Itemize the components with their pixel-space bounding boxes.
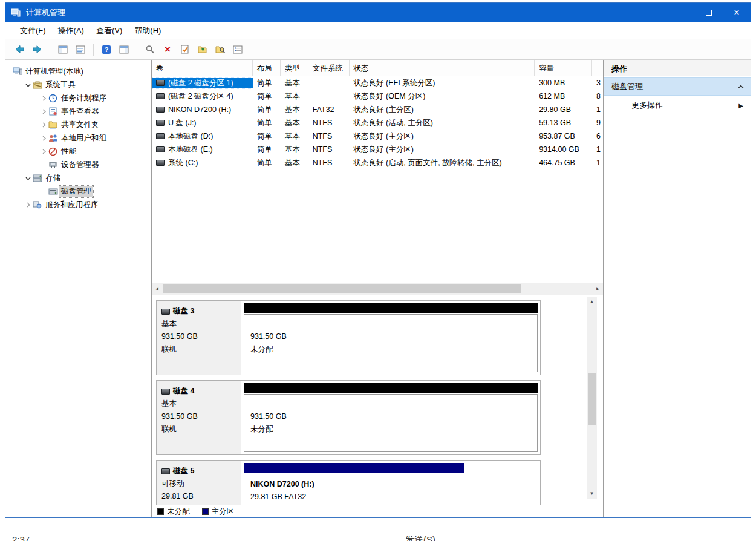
tree-item-performance[interactable]: 性能 xyxy=(5,145,151,158)
chevron-right-icon[interactable] xyxy=(24,200,33,209)
horizontal-scrollbar[interactable]: ◄ ► xyxy=(152,283,603,295)
partition-region[interactable]: NIKON D7200 (H:) 29.81 GB FAT32 xyxy=(244,474,464,505)
disk-header-cell[interactable]: 磁盘 3 基本 931.50 GB 联机 xyxy=(156,300,241,375)
collapse-chevron-icon[interactable] xyxy=(737,82,745,91)
more-actions-item[interactable]: 更多操作 ▶ xyxy=(604,96,751,115)
console-tree: 计算机管理(本地) 系统工具 任务计划程序 xyxy=(5,60,152,517)
table-cell: 基本 xyxy=(281,78,308,88)
table-row[interactable]: (磁盘 2 磁盘分区 1)简单基本状态良好 (EFI 系统分区)300 MB3 xyxy=(152,76,603,90)
column-header[interactable]: 布局 xyxy=(253,60,281,76)
chevron-right-icon[interactable] xyxy=(39,147,48,156)
scroll-right-icon[interactable]: ► xyxy=(593,283,603,295)
table-cell: 基本 xyxy=(281,145,308,155)
actions-pane-title: 操作 xyxy=(604,60,751,76)
menu-view[interactable]: 查看(V) xyxy=(90,23,128,39)
tree-item-computer-management[interactable]: 计算机管理(本地) xyxy=(5,65,151,78)
partition-region[interactable]: 931.50 GB 未分配 xyxy=(244,394,538,452)
export-list-icon[interactable] xyxy=(73,42,88,57)
table-cell: 612 MB xyxy=(535,92,592,100)
disk-row: 磁盘 4 基本 931.50 GB 联机 931.50 GB 未分配 xyxy=(156,380,541,455)
partition-color-band xyxy=(244,303,538,313)
table-cell: 基本 xyxy=(281,105,308,115)
table-cell: 基本 xyxy=(281,131,308,142)
check-disk-icon[interactable] xyxy=(177,42,193,57)
tree-item-device-manager[interactable]: 设备管理器 xyxy=(5,158,151,171)
scroll-up-icon[interactable]: ▲ xyxy=(587,297,597,307)
tree-item-local-users-groups[interactable]: 本地用户和组 xyxy=(5,131,151,145)
tree-item-event-viewer[interactable]: 事件查看器 xyxy=(5,105,151,118)
tree-item-label: 性能 xyxy=(59,146,78,157)
delete-icon[interactable]: × xyxy=(160,42,175,57)
tree-item-label: 磁盘管理 xyxy=(59,186,93,197)
column-header[interactable]: 文件系统 xyxy=(308,60,350,76)
open-folder-icon[interactable] xyxy=(195,42,210,57)
close-button[interactable]: × xyxy=(723,3,751,22)
column-header[interactable]: 容量 xyxy=(535,60,592,76)
table-cell: 系统 (C:) xyxy=(152,158,253,168)
scroll-down-icon[interactable]: ▼ xyxy=(587,488,597,499)
chevron-right-icon[interactable] xyxy=(39,94,48,103)
table-row[interactable]: 系统 (C:)简单基本NTFS状态良好 (启动, 页面文件, 故障转储, 主分区… xyxy=(152,156,603,169)
column-header[interactable]: 状态 xyxy=(350,60,535,76)
show-console-tree-icon[interactable] xyxy=(55,42,71,57)
scrollbar-thumb[interactable] xyxy=(163,284,521,293)
column-header[interactable]: 类型 xyxy=(281,60,308,76)
column-header[interactable]: 卷 xyxy=(152,60,253,76)
window-title: 计算机管理 xyxy=(26,7,65,18)
chevron-right-icon[interactable] xyxy=(39,120,48,130)
menu-help[interactable]: 帮助(H) xyxy=(128,23,167,39)
tree-item-services-applications[interactable]: 服务和应用程序 xyxy=(5,198,151,211)
table-cell: 状态良好 (活动, 主分区) xyxy=(350,118,535,128)
menu-action[interactable]: 操作(A) xyxy=(52,23,90,39)
partition-size: 29.81 GB FAT32 xyxy=(250,491,458,503)
vertical-scrollbar[interactable]: ▲ ▼ xyxy=(587,297,597,499)
tree-item-label: 事件查看器 xyxy=(59,106,101,117)
scroll-left-icon[interactable]: ◄ xyxy=(152,283,162,295)
minimize-button[interactable] xyxy=(667,3,695,22)
disk-header-cell[interactable]: 磁盘 5 可移动 29.81 GB xyxy=(156,460,241,505)
disk-header-cell[interactable]: 磁盘 4 基本 931.50 GB 联机 xyxy=(156,380,241,455)
tree-item-disk-management[interactable]: 磁盘管理 xyxy=(5,185,151,198)
tree-item-system-tools[interactable]: 系统工具 xyxy=(5,78,151,91)
storage-icon xyxy=(33,173,44,183)
tree-spacer xyxy=(39,187,48,196)
actions-section-disk-management[interactable]: 磁盘管理 xyxy=(604,77,751,96)
menu-file[interactable]: 文件(F) xyxy=(14,23,52,39)
chevron-right-icon[interactable] xyxy=(39,107,48,116)
table-cell: 状态良好 (OEM 分区) xyxy=(350,91,535,102)
maximize-button[interactable] xyxy=(695,3,723,22)
properties-icon[interactable] xyxy=(230,42,246,57)
table-row[interactable]: 本地磁盘 (D:)简单基本NTFS状态良好 (主分区)953.87 GB6 xyxy=(152,130,603,143)
chevron-right-icon[interactable] xyxy=(39,134,48,143)
disk-type: 基本 xyxy=(161,318,237,330)
table-row[interactable]: NIKON D7200 (H:)简单基本FAT32状态良好 (主分区)29.80… xyxy=(152,103,603,116)
show-action-pane-icon[interactable] xyxy=(116,42,132,57)
forward-icon[interactable] xyxy=(29,42,45,57)
search-folder-icon[interactable] xyxy=(212,42,228,57)
help-icon[interactable]: ? xyxy=(99,42,114,57)
disk-size: 931.50 GB xyxy=(161,410,237,423)
table-cell: 本地磁盘 (D:) xyxy=(152,131,253,142)
table-cell: 状态良好 (主分区) xyxy=(350,145,535,155)
partition-region[interactable]: 931.50 GB 未分配 xyxy=(244,314,538,372)
chevron-down-icon[interactable] xyxy=(24,80,33,90)
disk-type: 可移动 xyxy=(161,477,237,490)
tree-item-label: 存储 xyxy=(44,172,62,184)
table-cell: 953.87 GB xyxy=(535,132,592,140)
chevron-down-icon[interactable] xyxy=(24,174,33,183)
table-row[interactable]: U 盘 (J:)简单基本NTFS状态良好 (活动, 主分区)59.13 GB9 xyxy=(152,116,603,130)
column-header[interactable] xyxy=(592,60,603,76)
rescan-disks-icon[interactable] xyxy=(142,42,158,57)
tree-item-shared-folders[interactable]: 共享文件夹 xyxy=(5,118,151,131)
back-icon[interactable] xyxy=(11,42,27,57)
table-row[interactable]: 本地磁盘 (E:)简单基本NTFS状态良好 (主分区)9314.00 GB1 xyxy=(152,143,603,156)
more-actions-label: 更多操作 xyxy=(631,100,663,111)
table-row[interactable]: (磁盘 2 磁盘分区 4)简单基本状态良好 (OEM 分区)612 MB8 xyxy=(152,90,603,103)
scrollbar-thumb[interactable] xyxy=(588,373,596,425)
disk-name: 磁盘 3 xyxy=(173,305,194,318)
background-send-button-text: 发送(S) xyxy=(405,534,435,541)
tree-item-storage[interactable]: 存储 xyxy=(5,171,151,185)
table-cell: 状态良好 (启动, 页面文件, 故障转储, 主分区) xyxy=(350,158,535,168)
legend-label: 主分区 xyxy=(212,507,235,517)
tree-item-task-scheduler[interactable]: 任务计划程序 xyxy=(5,91,151,105)
